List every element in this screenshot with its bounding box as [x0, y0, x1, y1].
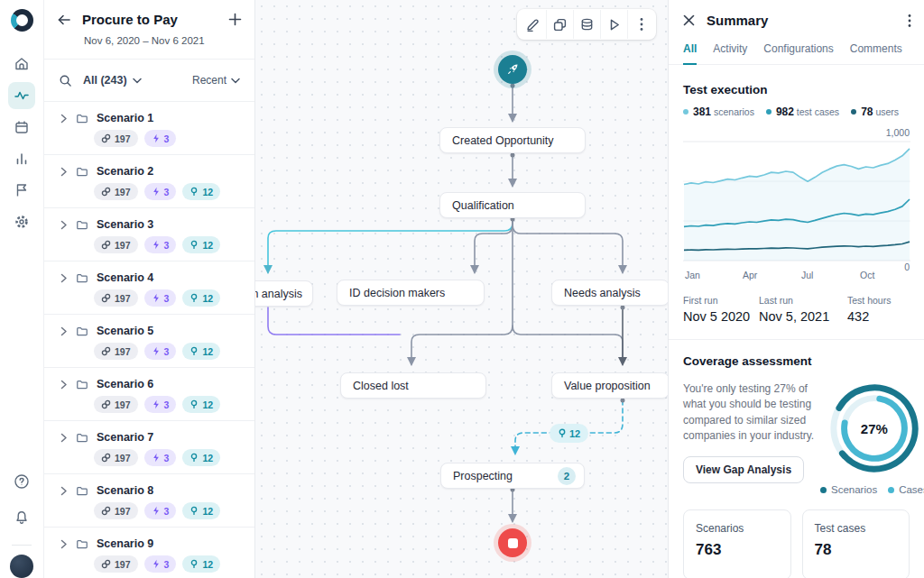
flow-node-closed-lost[interactable]: Closed lost: [340, 372, 486, 399]
edge-insight-badge[interactable]: 12: [550, 424, 588, 443]
kebab-icon: [908, 14, 911, 28]
flows-count: 3: [164, 133, 170, 144]
tab-configurations[interactable]: Configurations: [763, 36, 833, 65]
scenario-row[interactable]: Scenario 8197312: [44, 474, 254, 528]
insight-pin-icon: [558, 428, 567, 438]
scenario-row[interactable]: Scenario 11973: [44, 102, 254, 155]
links-badge: 197: [94, 502, 138, 519]
flow-start-node[interactable]: [498, 55, 527, 84]
scenario-row[interactable]: Scenario 5197312: [44, 315, 254, 368]
duplicate-icon: [552, 17, 568, 32]
view-gap-analysis-button[interactable]: View Gap Analysis: [683, 456, 804, 483]
folder-icon: [76, 432, 88, 444]
coverage-percent: 27%: [826, 380, 923, 477]
links-badge: 197: [94, 289, 138, 307]
links-count: 197: [115, 559, 131, 570]
link-icon: [101, 240, 111, 250]
rail-item-activity[interactable]: [8, 82, 35, 109]
database-icon: [579, 17, 595, 32]
scenario-row[interactable]: Scenario 3197312: [44, 208, 254, 261]
expand-chevron-icon[interactable]: [60, 486, 68, 496]
folder-icon: [76, 379, 88, 390]
scenario-row[interactable]: Scenario 4197312: [44, 261, 254, 315]
y-tick-min: 0: [904, 261, 910, 272]
flow-canvas[interactable]: Created Opportunity Qualification ion an…: [255, 0, 668, 578]
flows-badge: 3: [144, 289, 177, 307]
scenario-name: Scenario 6: [97, 378, 153, 390]
insight-pin-icon: [189, 293, 199, 303]
duplicate-button[interactable]: [546, 10, 573, 39]
tab-activity[interactable]: Activity: [713, 36, 747, 65]
flow-node-prospecting[interactable]: Prospecting 2: [440, 463, 585, 489]
scenario-badges: 197312: [94, 183, 242, 200]
scenario-row[interactable]: Scenario 9197312: [44, 528, 254, 578]
close-panel-button[interactable]: [683, 14, 695, 26]
scenario-badges: 197312: [94, 343, 242, 360]
legend-item-scenarios: 381 scenarios: [683, 106, 754, 118]
flag-icon: [14, 182, 30, 198]
flows-badge: 3: [144, 555, 177, 573]
flow-node-created-opportunity[interactable]: Created Opportunity: [439, 127, 586, 153]
card-label: Test cases: [815, 522, 898, 535]
scenario-badges: 197312: [94, 555, 242, 573]
donut-legend: ScenariosCases: [820, 484, 924, 495]
data-button[interactable]: [573, 10, 600, 39]
help-button[interactable]: [8, 468, 35, 495]
expand-chevron-icon[interactable]: [60, 167, 68, 177]
section-heading-test-execution: Test execution: [683, 83, 910, 96]
stat-label: Test hours: [847, 295, 891, 306]
sort-dropdown[interactable]: Recent: [192, 74, 240, 87]
expand-chevron-icon[interactable]: [60, 433, 68, 443]
filter-dropdown[interactable]: All (243): [83, 74, 142, 87]
scenario-row[interactable]: Scenario 6197312: [44, 368, 254, 421]
panel-menu-button[interactable]: [908, 14, 911, 28]
links-badge: 197: [94, 343, 138, 360]
metric-cards: Scenarios763Test cases78: [683, 509, 910, 578]
expand-chevron-icon[interactable]: [60, 326, 68, 336]
rail-item-analytics[interactable]: [8, 145, 35, 172]
tab-all[interactable]: All: [683, 36, 697, 65]
bolt-icon: [152, 187, 161, 197]
metric-card-scenarios: Scenarios763: [683, 509, 791, 578]
more-button[interactable]: [627, 10, 654, 39]
tab-comments[interactable]: Comments: [850, 36, 902, 65]
legend-text: 78 users: [861, 106, 899, 118]
flow-end-node[interactable]: [498, 528, 527, 557]
expand-chevron-icon[interactable]: [60, 273, 68, 283]
rail-item-calendar[interactable]: [8, 114, 35, 141]
scenario-row[interactable]: Scenario 2197312: [44, 155, 254, 208]
rail-item-home[interactable]: [8, 50, 35, 78]
scenario-name: Scenario 4: [97, 271, 153, 284]
run-button[interactable]: [600, 10, 627, 39]
expand-chevron-icon[interactable]: [60, 380, 68, 390]
flow-node-needs-analysis[interactable]: Needs analysis: [551, 280, 668, 306]
flow-node-id-decision-makers[interactable]: ID decision makers: [337, 280, 485, 306]
flows-badge: 3: [144, 396, 177, 413]
search-icon[interactable]: [59, 74, 72, 87]
insights-count: 12: [202, 399, 213, 410]
flows-badge: 3: [144, 502, 177, 519]
flow-node-value-proposition[interactable]: Value proposition: [551, 372, 668, 399]
expand-chevron-icon[interactable]: [60, 220, 68, 230]
rail-item-settings[interactable]: [8, 208, 35, 235]
scenario-name: Scenario 1: [97, 112, 153, 124]
rocket-icon: [505, 62, 520, 77]
calendar-icon: [14, 119, 30, 135]
notifications-button[interactable]: [8, 504, 35, 531]
add-button[interactable]: [228, 13, 242, 26]
rail-item-flag[interactable]: [8, 177, 35, 204]
flow-node-qualification[interactable]: Qualification: [439, 192, 586, 218]
flow-node-decision-analysis[interactable]: ion analysis: [255, 280, 313, 307]
insights-badge: 12: [182, 289, 220, 307]
scenario-list: Scenario 11973Scenario 2197312Scenario 3…: [44, 102, 254, 578]
link-icon: [101, 399, 111, 409]
edit-button[interactable]: [519, 10, 546, 39]
expand-chevron-icon[interactable]: [60, 114, 68, 124]
scenario-name: Scenario 9: [97, 537, 153, 550]
expand-chevron-icon[interactable]: [60, 539, 68, 549]
chevron-down-icon: [133, 78, 142, 84]
scenario-row[interactable]: Scenario 7197312: [44, 421, 254, 474]
back-button[interactable]: [57, 14, 71, 26]
user-avatar[interactable]: [10, 555, 33, 578]
bell-icon: [14, 509, 30, 526]
